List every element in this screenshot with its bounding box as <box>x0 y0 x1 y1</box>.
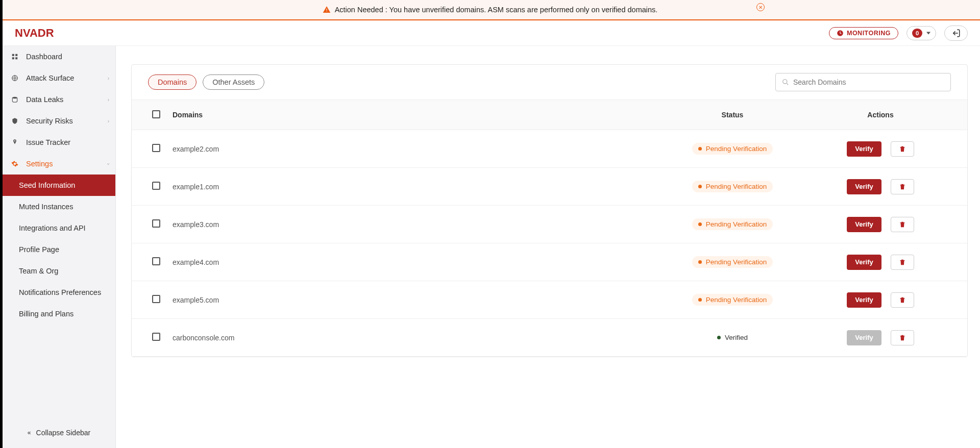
actions-cell: Verify <box>814 255 947 270</box>
status-text: Pending Verification <box>706 296 767 304</box>
chevron-right-icon: › <box>108 97 109 103</box>
table-row: example5.comPending VerificationVerify <box>132 281 967 319</box>
table-header: Domains Status Actions <box>132 99 967 130</box>
delete-button[interactable] <box>891 292 914 308</box>
status-dot-icon <box>717 336 721 339</box>
row-checkbox[interactable] <box>152 219 160 228</box>
chevron-down-icon: › <box>106 163 111 164</box>
table-row: example2.comPending VerificationVerify <box>132 130 967 168</box>
search-input[interactable] <box>793 78 944 86</box>
caret-down-icon <box>926 31 930 35</box>
logout-button[interactable] <box>944 26 968 41</box>
main-content: Domains Other Assets Domains Status Acti… <box>116 46 980 448</box>
row-checkbox[interactable] <box>152 144 160 152</box>
chevron-right-icon: › <box>108 76 109 81</box>
sidebar-item-label: Profile Page <box>19 245 59 254</box>
sidebar-item-profile-page[interactable]: Profile Page <box>3 239 115 260</box>
actions-cell: Verify <box>814 179 947 194</box>
status-badge: Pending Verification <box>692 181 773 192</box>
sidebar-item-label: Settings <box>26 160 53 168</box>
verify-button[interactable]: Verify <box>847 292 881 308</box>
svg-rect-4 <box>15 57 17 59</box>
status-badge: Pending Verification <box>692 294 773 306</box>
trash-icon <box>899 334 906 341</box>
sidebar-item-issue-tracker[interactable]: Issue Tracker <box>3 132 115 153</box>
sidebar-item-team-org[interactable]: Team & Org <box>3 260 115 282</box>
sidebar-item-label: Integrations and API <box>19 224 86 232</box>
gear-icon <box>11 160 19 167</box>
collapse-sidebar-button[interactable]: « Collapse Sidebar <box>3 422 115 443</box>
warning-icon <box>323 6 331 14</box>
delete-button[interactable] <box>891 217 914 232</box>
verify-button[interactable]: Verify <box>847 255 881 270</box>
tab-label: Other Assets <box>212 78 255 86</box>
status-text: Pending Verification <box>706 220 767 228</box>
row-checkbox[interactable] <box>152 257 160 265</box>
clock-icon <box>837 30 844 37</box>
row-checkbox[interactable] <box>152 182 160 190</box>
delete-button[interactable] <box>891 330 914 345</box>
trash-icon <box>899 296 906 304</box>
select-all-checkbox[interactable] <box>152 110 160 118</box>
row-checkbox[interactable] <box>152 333 160 341</box>
status-text: Pending Verification <box>706 145 767 153</box>
collapse-label: Collapse Sidebar <box>36 429 91 437</box>
banner-text: Action Needed : You have unverified doma… <box>335 6 658 14</box>
status-badge: Pending Verification <box>692 143 773 155</box>
monitoring-label: MONITORING <box>847 30 891 37</box>
table-row: carbonconsole.comVerifiedVerify <box>132 319 967 357</box>
sidebar-item-dashboard[interactable]: Dashboard <box>3 46 115 67</box>
col-header-status: Status <box>651 111 814 119</box>
status-dot-icon <box>698 147 702 151</box>
dashboard-icon <box>11 53 19 60</box>
actions-cell: Verify <box>814 330 947 345</box>
sidebar-item-data-leaks[interactable]: Data Leaks › <box>3 89 115 110</box>
svg-rect-3 <box>12 57 14 59</box>
sidebar-item-label: Attack Surface <box>26 74 74 82</box>
logout-icon <box>951 29 961 38</box>
sidebar-item-seed-information[interactable]: Seed Information <box>3 175 115 196</box>
sidebar-item-settings[interactable]: Settings › <box>3 153 115 175</box>
card-header: Domains Other Assets <box>132 65 967 99</box>
verify-button[interactable]: Verify <box>847 141 881 157</box>
monitoring-button[interactable]: MONITORING <box>829 27 898 39</box>
shield-icon <box>11 117 19 125</box>
svg-point-7 <box>14 140 15 141</box>
status-dot-icon <box>698 298 702 302</box>
domain-cell: example5.com <box>173 296 651 304</box>
status-text: Pending Verification <box>706 183 767 190</box>
row-checkbox[interactable] <box>152 295 160 303</box>
svg-rect-1 <box>12 54 14 56</box>
notification-count: 0 <box>912 29 922 38</box>
sidebar-item-muted-instances[interactable]: Muted Instances <box>3 196 115 217</box>
sidebar: Dashboard Attack Surface › Data Leaks › … <box>3 46 116 448</box>
verify-button[interactable]: Verify <box>847 217 881 232</box>
globe-icon <box>11 74 19 82</box>
search-box[interactable] <box>775 73 951 91</box>
sidebar-item-label: Issue Tracker <box>26 138 70 146</box>
verify-button[interactable]: Verify <box>847 179 881 194</box>
sidebar-item-attack-surface[interactable]: Attack Surface › <box>3 67 115 89</box>
sidebar-item-security-risks[interactable]: Security Risks › <box>3 110 115 132</box>
sidebar-item-billing-plans[interactable]: Billing and Plans <box>3 303 115 325</box>
tab-other-assets[interactable]: Other Assets <box>203 74 264 90</box>
delete-button[interactable] <box>891 255 914 270</box>
domain-cell: carbonconsole.com <box>173 334 651 342</box>
delete-button[interactable] <box>891 141 914 157</box>
trash-icon <box>899 259 906 266</box>
banner-close-icon[interactable]: ✕ <box>756 3 765 11</box>
sidebar-item-notifications-preferences[interactable]: Notifications Preferences <box>3 282 115 303</box>
table-row: example1.comPending VerificationVerify <box>132 168 967 206</box>
status-badge: Pending Verification <box>692 256 773 268</box>
sidebar-item-integrations-api[interactable]: Integrations and API <box>3 217 115 239</box>
domain-cell: example3.com <box>173 220 651 229</box>
tab-domains[interactable]: Domains <box>148 74 197 90</box>
col-header-actions: Actions <box>814 111 947 119</box>
svg-rect-2 <box>15 54 17 56</box>
notification-button[interactable]: 0 <box>906 26 936 40</box>
domain-cell: example4.com <box>173 258 651 266</box>
delete-button[interactable] <box>891 179 914 194</box>
trash-icon <box>899 183 906 190</box>
status-cell: Pending Verification <box>651 143 814 155</box>
status-cell: Verified <box>651 332 814 343</box>
